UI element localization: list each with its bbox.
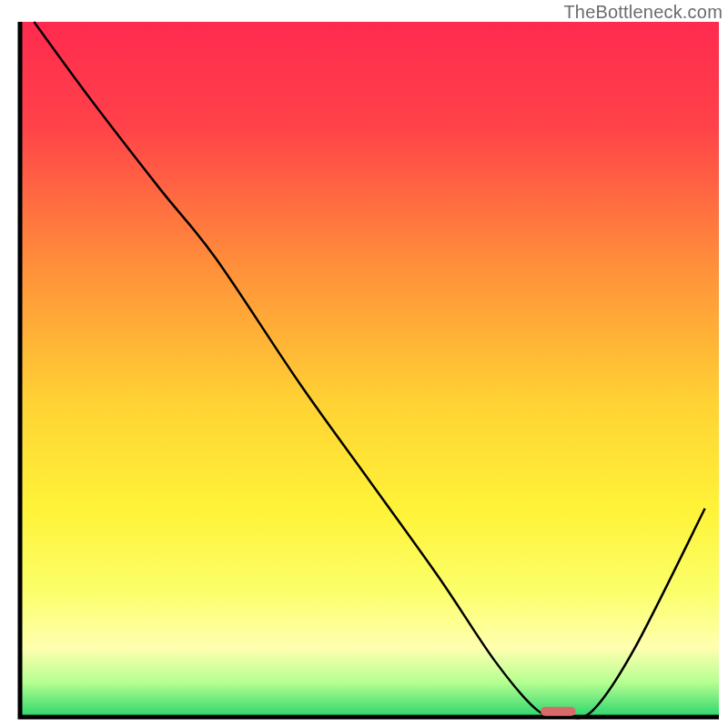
watermark-text: TheBottleneck.com	[563, 2, 723, 23]
chart-canvas	[0, 0, 728, 728]
optimal-marker	[541, 707, 575, 716]
bottleneck-chart: TheBottleneck.com	[0, 0, 728, 728]
gradient-background	[20, 22, 719, 717]
